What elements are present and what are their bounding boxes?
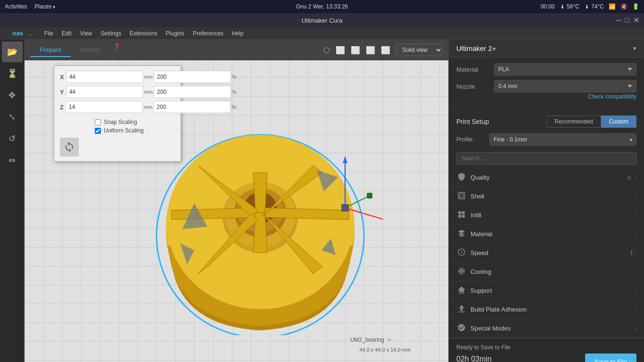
nozzle-label: Nozzle xyxy=(456,83,494,90)
setting-item-special-modes[interactable]: Special Modes › xyxy=(449,319,644,338)
save-to-file-button[interactable]: Save to File xyxy=(585,354,636,362)
svg-rect-18 xyxy=(458,192,465,199)
y-pct-input[interactable] xyxy=(154,86,231,98)
uniform-scaling-checkbox[interactable] xyxy=(95,128,101,134)
x-size-input[interactable] xyxy=(66,71,143,83)
reset-scale-button[interactable] xyxy=(60,138,79,156)
profile-row: Profile: Fine - 0.1mm Normal - 0.15mm Fa… xyxy=(449,132,644,150)
special-modes-chevron-icon[interactable]: › xyxy=(635,325,636,332)
slice-button[interactable]: ⏳ xyxy=(2,63,23,84)
menu-edit[interactable]: Edit xyxy=(58,29,75,38)
view-front-icon[interactable]: ⬜ xyxy=(334,45,347,56)
infill-chevron-icon[interactable]: › xyxy=(635,212,636,219)
app-title: Ultimaker Cura xyxy=(302,17,343,24)
setting-item-quality[interactable]: Quality › xyxy=(449,168,644,187)
temp1-label: 🌡 56°C xyxy=(560,3,579,10)
activities-label[interactable]: Activities xyxy=(5,3,27,10)
svg-marker-10 xyxy=(343,156,347,163)
close-button[interactable]: ✕ xyxy=(633,16,639,24)
setting-item-support[interactable]: Support › xyxy=(449,281,644,300)
z-pct-input[interactable] xyxy=(153,101,231,113)
temp2-label: 🌡 74°C xyxy=(584,3,604,10)
perspective-3d-icon[interactable]: ⬡ xyxy=(322,45,332,56)
setting-item-infill[interactable]: Infill › xyxy=(449,206,644,225)
tab-custom[interactable]: Custom xyxy=(601,115,636,128)
special-modes-icon xyxy=(456,323,467,333)
setup-tabs: Recommended Custom xyxy=(546,115,636,128)
build-plate-label: Build Plate Adhesion xyxy=(471,306,635,313)
canvas-tabs: Prepare Monitor ❓ xyxy=(30,43,121,57)
right-panel: Ultimaker 2+ ▾ Material PLA ABS PETG Noz… xyxy=(448,40,644,362)
x-pct-unit: % xyxy=(232,74,237,80)
quality-label: Quality xyxy=(471,174,627,181)
wifi-icon: 📶 xyxy=(609,3,616,10)
check-compatibility-link[interactable]: Check compatibility xyxy=(456,92,636,104)
snap-scaling-checkbox[interactable] xyxy=(95,119,101,125)
open-file-button[interactable]: 📂 xyxy=(2,41,23,62)
quality-chevron-icon[interactable]: › xyxy=(635,174,636,181)
maximize-button[interactable]: □ xyxy=(625,16,629,24)
z-unit-label: mm xyxy=(144,104,152,110)
move-tool[interactable]: ✥ xyxy=(2,85,23,106)
mirror-tool[interactable]: ⇔ xyxy=(2,150,23,171)
speed-chevron-icon[interactable]: › xyxy=(635,250,636,256)
places-menu[interactable]: Places xyxy=(34,3,55,10)
minimize-button[interactable]: ─ xyxy=(616,16,621,24)
help-icon[interactable]: ❓ xyxy=(113,43,121,57)
printer-select-chevron[interactable]: ▾ xyxy=(633,45,636,52)
battery-icon: 🔋 xyxy=(632,3,639,10)
time-estimate-section: 02h 03min 1.12m / ~ 9g xyxy=(456,355,492,362)
material-setting-label: Material xyxy=(471,230,635,238)
scale-tool[interactable]: ⤡ xyxy=(2,107,23,127)
shell-label: Shell xyxy=(471,193,635,200)
z-size-input[interactable] xyxy=(66,101,143,113)
setting-item-build-plate[interactable]: Build Plate Adhesion › xyxy=(449,300,644,319)
view-mode-select[interactable]: Solid view X-Ray view Layer view xyxy=(396,44,443,56)
shell-chevron-icon[interactable]: › xyxy=(635,193,636,200)
menu-plugins[interactable]: Plugins xyxy=(162,29,188,38)
view-back-icon[interactable]: ⬜ xyxy=(349,45,362,56)
material-chevron-icon[interactable]: › xyxy=(635,231,636,238)
menu-preferences[interactable]: Preferences xyxy=(189,29,227,38)
print-setup-header: Print Setup Recommended Custom xyxy=(449,110,644,132)
infill-label: Infill xyxy=(471,212,635,219)
menu-extensions[interactable]: Extensions xyxy=(126,29,161,38)
profile-select-wrap: Fine - 0.1mm Normal - 0.15mm Fast - 0.2m… xyxy=(489,133,636,146)
search-row xyxy=(449,150,644,168)
profile-select[interactable]: Fine - 0.1mm Normal - 0.15mm Fast - 0.2m… xyxy=(489,133,636,146)
view-right-icon[interactable]: ⬜ xyxy=(379,45,392,56)
tab-recommended[interactable]: Recommended xyxy=(546,115,601,128)
printer-name-label: Ultimaker 2+ xyxy=(456,44,496,52)
ready-status-text: Ready to Save to File xyxy=(456,344,636,351)
settings-search-input[interactable] xyxy=(456,152,636,165)
quality-gear-icon[interactable] xyxy=(627,174,632,181)
material-select[interactable]: PLA ABS PETG xyxy=(494,63,636,75)
setting-item-shell[interactable]: Shell › xyxy=(449,187,644,206)
title-bar: Ultimaker Cura ─ □ ✕ xyxy=(0,13,644,27)
rotate-tool[interactable]: ↺ xyxy=(2,128,23,149)
setting-item-cooling[interactable]: Cooling › xyxy=(449,263,644,281)
cooling-chevron-icon[interactable]: › xyxy=(635,269,636,275)
material-nozzle-section: Material PLA ABS PETG Nozzle 0.4 mm 0.8 … xyxy=(449,58,644,110)
datetime-label: Gnu 2 Wer, 13:33:26 xyxy=(296,3,348,10)
menu-settings[interactable]: Settings xyxy=(97,29,125,38)
snap-scaling-label: Snap Scaling xyxy=(104,119,137,125)
uniform-scaling-label: Uniform Scaling xyxy=(104,127,144,134)
menu-view[interactable]: View xyxy=(76,29,96,38)
support-chevron-icon[interactable]: › xyxy=(635,288,636,294)
setting-item-speed[interactable]: Speed › xyxy=(449,244,644,263)
tab-prepare[interactable]: Prepare xyxy=(30,43,71,57)
special-modes-label: Special Modes xyxy=(471,325,635,332)
y-pct-unit: % xyxy=(232,89,237,95)
nozzle-select[interactable]: 0.4 mm 0.8 mm 0.25 mm xyxy=(494,80,636,92)
menu-file[interactable]: File xyxy=(41,29,57,38)
setting-item-material[interactable]: Material › xyxy=(449,225,644,244)
y-size-input[interactable] xyxy=(66,86,143,98)
edit-name-icon[interactable]: ✏ xyxy=(387,337,392,343)
x-pct-input[interactable] xyxy=(154,71,231,83)
tab-monitor[interactable]: Monitor xyxy=(71,43,110,57)
menu-help[interactable]: Help xyxy=(228,29,248,38)
speed-info-icon[interactable] xyxy=(630,249,633,256)
view-left-icon[interactable]: ⬜ xyxy=(364,45,377,56)
build-plate-chevron-icon[interactable]: › xyxy=(635,306,636,313)
